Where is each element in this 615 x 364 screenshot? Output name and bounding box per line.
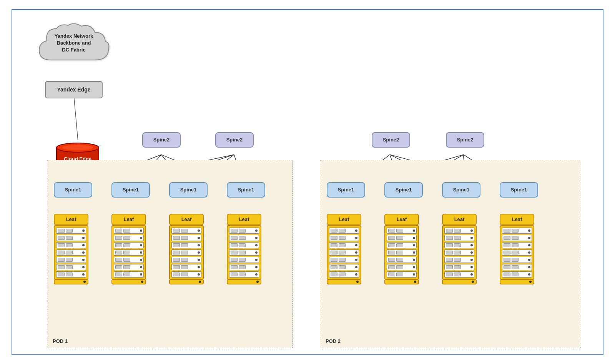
- yandex-edge-label: Yandex Edge: [57, 86, 90, 93]
- cloud-shape: Yandex Network Backbone and DC Fabric: [35, 22, 112, 71]
- svg-point-59: [62, 145, 93, 150]
- pod1-spine1-2: Spine1: [111, 182, 150, 198]
- pod1-leaf-1: Leaf: [52, 214, 90, 284]
- pod2-spine1-4: Spine1: [500, 182, 538, 198]
- pod1-leaf-2: Leaf: [110, 214, 148, 284]
- pod1-label: POD 1: [53, 338, 68, 344]
- spine2-node-1: Spine2: [142, 132, 181, 148]
- pod1-spine1-1: Spine1: [54, 182, 92, 198]
- pod1-leaf-4: Leaf: [225, 214, 263, 284]
- pod2-leaf-2: Leaf: [382, 214, 421, 284]
- pod1-leaf-3: Leaf: [167, 214, 206, 284]
- pod2-leaf-4: Leaf: [498, 214, 536, 284]
- pod1-spine1-3: Spine1: [169, 182, 208, 198]
- pod2-label: POD 2: [326, 338, 341, 344]
- svg-text:Backbone and: Backbone and: [57, 40, 91, 46]
- pod2-spine1-3: Spine1: [442, 182, 480, 198]
- pod2-spine1-2: Spine1: [384, 182, 423, 198]
- pod1-spine1-4: Spine1: [227, 182, 265, 198]
- spine2-node-3: Spine2: [372, 132, 410, 148]
- svg-text:Yandex Network: Yandex Network: [55, 33, 93, 39]
- yandex-edge-box: Yandex Edge: [45, 81, 103, 98]
- spine2-node-4: Spine2: [446, 132, 484, 148]
- spine2-node-2: Spine2: [215, 132, 254, 148]
- svg-line-0: [74, 98, 78, 140]
- pod2-leaf-3: Leaf: [440, 214, 479, 284]
- svg-text:DC Fabric: DC Fabric: [62, 47, 85, 53]
- diagram-container: Yandex Network Backbone and DC Fabric Ya…: [12, 9, 603, 355]
- pod2-leaf-1: Leaf: [325, 214, 363, 284]
- pod2-spine1-1: Spine1: [327, 182, 365, 198]
